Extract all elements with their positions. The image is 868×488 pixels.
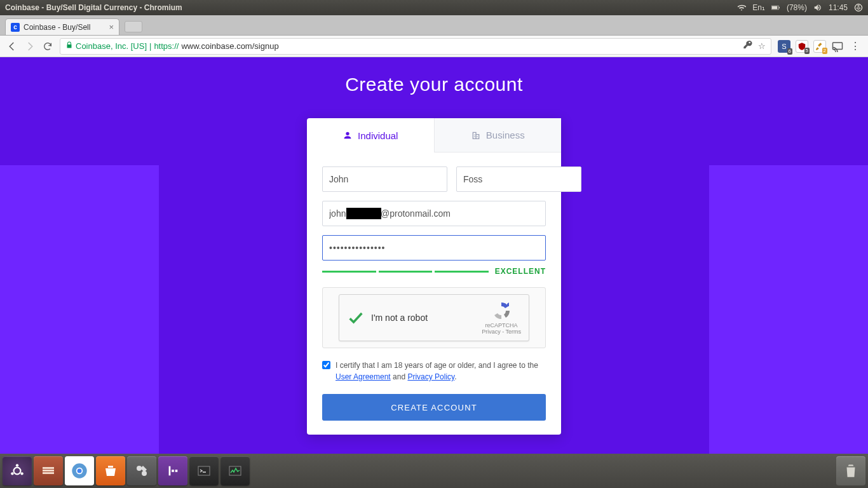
svg-rect-10 <box>43 470 54 471</box>
svg-rect-9 <box>43 467 54 469</box>
first-name-field[interactable] <box>322 166 447 192</box>
tab-business-label: Business <box>486 130 525 140</box>
last-name-field[interactable] <box>456 166 581 192</box>
trash-icon[interactable] <box>836 456 865 485</box>
page-title: Create your account <box>0 57 868 95</box>
url-protocol: https:// <box>154 41 179 51</box>
browser-toolbar: Coinbase, Inc. [US] | https://www.coinba… <box>0 36 868 57</box>
decorative-panel-right <box>709 165 868 454</box>
software-center-icon[interactable] <box>96 456 125 485</box>
power-icon[interactable] <box>854 3 863 12</box>
wifi-icon[interactable] <box>737 3 746 12</box>
decorative-panel-left <box>0 165 159 454</box>
unity-launcher <box>0 454 868 488</box>
checkmark-icon <box>347 309 365 327</box>
signup-card: Individual Business <box>307 118 561 435</box>
user-agreement-link[interactable]: User Agreement <box>336 372 391 381</box>
signup-form: EXCELLENT I'm not a robot reCAPTCHA Priv… <box>307 152 561 435</box>
certify-row: I certify that I am 18 years of age or o… <box>322 360 546 383</box>
svg-rect-2 <box>779 7 780 8</box>
system-monitor-icon[interactable] <box>220 456 250 485</box>
svg-rect-18 <box>172 470 174 472</box>
app-icon-purple[interactable] <box>158 456 187 485</box>
forward-button[interactable] <box>24 41 36 52</box>
extension-s-icon[interactable]: S6 <box>778 40 790 53</box>
chrome-menu-icon[interactable]: ⋮ <box>849 40 862 53</box>
cast-icon[interactable] <box>831 40 844 53</box>
certify-checkbox[interactable] <box>322 361 330 369</box>
favicon-icon: c <box>11 23 20 32</box>
window-title: Coinbase - Buy/Sell Digital Currency - C… <box>5 3 737 12</box>
svg-rect-19 <box>175 470 178 472</box>
svg-rect-1 <box>772 6 778 10</box>
files-icon[interactable] <box>34 456 63 485</box>
recaptcha-container: I'm not a robot reCAPTCHA Privacy - Term… <box>322 287 546 348</box>
back-button[interactable] <box>6 41 18 52</box>
volume-icon[interactable] <box>813 3 822 12</box>
recaptcha-brand: reCAPTCHA Privacy - Terms <box>482 301 521 335</box>
clock[interactable]: 11:45 <box>829 3 848 12</box>
battery-icon[interactable] <box>771 3 780 12</box>
recaptcha-logo-icon <box>491 301 512 321</box>
svg-point-14 <box>78 469 82 473</box>
building-icon <box>471 130 481 140</box>
extension-ublock-icon[interactable]: 5 <box>796 40 808 53</box>
close-tab-icon[interactable]: × <box>109 22 114 32</box>
system-tray: En₁ (78%) 11:45 <box>737 3 863 12</box>
address-bar[interactable]: Coinbase, Inc. [US] | https://www.coinba… <box>60 38 771 55</box>
tab-title: Coinbase - Buy/Sell <box>24 23 90 32</box>
svg-rect-4 <box>833 43 843 50</box>
svg-point-7 <box>11 472 13 475</box>
lock-icon <box>65 41 73 51</box>
ubuntu-dash-icon[interactable] <box>3 456 32 485</box>
svg-rect-20 <box>198 466 210 475</box>
ev-cert-name: Coinbase, Inc. [US] <box>76 41 147 51</box>
recaptcha-widget[interactable]: I'm not a robot reCAPTCHA Privacy - Term… <box>339 294 529 341</box>
svg-rect-17 <box>169 466 171 476</box>
browser-tab-strip: c Coinbase - Buy/Sell × <box>0 15 868 36</box>
certify-text: I certify that I am 18 years of age or o… <box>336 360 546 383</box>
person-icon <box>342 130 353 140</box>
reload-button[interactable] <box>42 41 53 52</box>
create-account-button[interactable]: CREATE ACCOUNT <box>322 394 546 421</box>
browser-tab[interactable]: c Coinbase - Buy/Sell × <box>5 18 119 35</box>
svg-point-8 <box>20 472 23 475</box>
separator: | <box>149 41 151 51</box>
extension-broom-icon[interactable]: 2 <box>813 40 826 53</box>
account-type-tabs: Individual Business <box>307 118 561 152</box>
password-strength: EXCELLENT <box>322 267 546 276</box>
url-text: www.coinbase.com/signup <box>181 41 278 51</box>
svg-rect-11 <box>43 472 54 474</box>
svg-point-5 <box>14 468 21 475</box>
tab-individual-label: Individual <box>358 130 398 141</box>
key-icon[interactable] <box>743 40 753 52</box>
tab-individual[interactable]: Individual <box>307 118 434 152</box>
chromium-icon[interactable] <box>65 456 94 485</box>
settings-icon[interactable] <box>127 456 156 485</box>
tab-business[interactable]: Business <box>434 118 562 152</box>
strength-bars <box>322 271 489 273</box>
battery-percent: (78%) <box>787 3 807 12</box>
redaction-block <box>346 208 381 219</box>
password-field[interactable] <box>322 235 546 261</box>
system-menu-bar: Coinbase - Buy/Sell Digital Currency - C… <box>0 0 868 15</box>
terminal-icon[interactable] <box>189 456 219 485</box>
recaptcha-label: I'm not a robot <box>371 313 428 323</box>
strength-label: EXCELLENT <box>495 267 546 276</box>
bookmark-star-icon[interactable]: ☆ <box>758 41 766 51</box>
page-content: Create your account Individual Business <box>0 57 868 454</box>
new-tab-button[interactable] <box>125 21 142 32</box>
privacy-policy-link[interactable]: Privacy Policy <box>407 372 454 381</box>
language-indicator[interactable]: En₁ <box>752 3 765 12</box>
svg-point-6 <box>16 464 18 466</box>
extension-area: S6 5 2 ⋮ <box>778 40 862 53</box>
